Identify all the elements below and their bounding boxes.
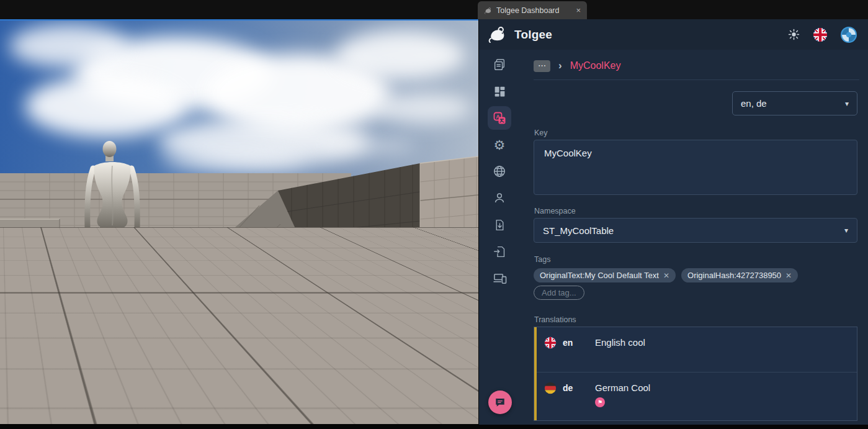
sidebar: A ⚙ [479,50,520,425]
tolgee-mouse-icon [484,7,492,14]
sidebar-item-import[interactable] [488,240,511,263]
tags-label: Tags [534,255,550,264]
flag-de-icon [544,382,557,394]
chat-bubble-icon [494,397,506,408]
translation-text: English cool [595,337,645,348]
account-avatar[interactable] [841,27,857,43]
sidebar-item-integrate[interactable] [488,266,511,290]
left-box-small [0,240,16,256]
tab-title: Tolgee Dashboard [496,6,559,15]
sidebar-item-export[interactable] [488,213,511,237]
tab-tolgee-dashboard[interactable]: Tolgee Dashboard × [478,1,587,19]
globe-icon [493,165,506,178]
sidebar-item-settings[interactable]: ⚙ [488,133,511,156]
language-flag-en-icon[interactable] [813,27,828,42]
tolgee-logo-icon [488,26,507,43]
namespace-select[interactable]: ST_MyCoolTable ▾ [534,218,857,243]
brand-name: Tolgee [514,28,552,42]
editor-tab-bar: Tolgee Dashboard × [0,0,868,19]
tag-remove-icon[interactable]: ✕ [663,271,669,280]
tab-close-icon[interactable]: × [576,6,581,15]
tags-list: OriginalText:My Cool Default Text ✕ Orig… [534,268,798,282]
languages-filter-select[interactable]: en, de ▾ [732,91,857,115]
tag-pill[interactable]: OriginalText:My Cool Default Text ✕ [534,268,676,282]
breadcrumb-current-key[interactable]: MyCoolKey [570,60,621,71]
key-input[interactable]: MyCoolKey [534,140,857,195]
screen: Tolgee Dashboard × [0,0,868,429]
umg-text-widget: English cool [358,407,478,423]
translations-table: en English cool [534,327,857,421]
translation-row-en[interactable]: en English cool [537,327,857,372]
sidebar-item-dashboard[interactable] [488,79,511,103]
language-code: de [563,383,573,393]
scene-geometry [0,19,478,424]
namespace-value: ST_MyCoolTable [543,225,614,236]
tag-remove-icon[interactable]: ✕ [785,271,792,280]
sidebar-item-projects[interactable] [488,53,511,76]
sidebar-item-members[interactable] [488,186,511,210]
gear-icon: ⚙ [494,138,506,151]
translation-state-flag-icon[interactable]: ⚑ [595,397,605,407]
language-code: en [563,338,573,348]
add-tag-input[interactable]: Add tag... [534,286,584,300]
chevron-down-icon: ▾ [844,226,848,235]
namespace-label: Namespace [534,207,576,215]
user-icon [493,191,506,205]
tolgee-panel: Tolgee [479,19,868,425]
theme-light-icon[interactable] [788,29,800,40]
divider [534,79,859,80]
breadcrumb-more-button[interactable]: ⋯ [534,60,550,72]
tag-text: OriginalHash:4272738950 [687,271,781,280]
chat-fab[interactable] [488,391,512,414]
import-icon [493,245,506,258]
chevron-down-icon: ▾ [845,99,849,108]
key-value: MyCoolKey [544,148,592,158]
sidebar-item-languages[interactable] [488,160,511,183]
translations-label: Translations [534,315,576,324]
umg-text: English cool [359,409,428,422]
tag-text: OriginalText:My Cool Default Text [540,271,659,280]
app-header: Tolgee [479,19,868,50]
devices-icon [493,271,507,286]
viewport-focus-border [0,19,478,20]
tag-pill[interactable]: OriginalHash:4272738950 ✕ [681,268,798,282]
add-tag-placeholder: Add tag... [542,288,576,297]
key-label: Key [534,129,548,137]
bottom-strip [0,425,868,429]
sidebar-item-translations[interactable]: A [488,106,511,130]
translation-row-de[interactable]: de German Cool ⚑ [537,373,857,420]
translation-text: German Cool [595,382,650,393]
level-viewport[interactable]: English cool [0,19,478,424]
flag-en-icon [544,336,557,349]
breadcrumb: ⋯ › MyCoolKey [534,58,620,74]
key-edit-content: ⋯ › MyCoolKey en, de ▾ Key MyCoolKey Nam… [534,50,859,425]
chevron-right-icon: › [558,60,562,72]
languages-filter-value: en, de [741,98,767,109]
export-icon [493,219,506,232]
